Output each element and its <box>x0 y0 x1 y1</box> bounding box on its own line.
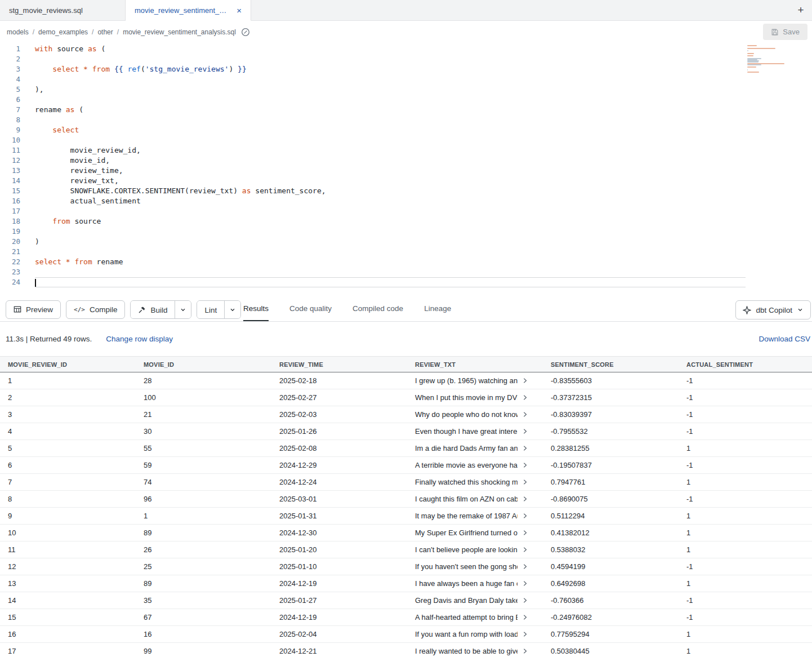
code-line[interactable]: 20) <box>0 237 812 247</box>
cell-movie-review-id: 15 <box>0 613 136 622</box>
code-line[interactable]: 22select * from rename <box>0 257 812 267</box>
copy-path-icon[interactable] <box>241 28 250 37</box>
code-line[interactable]: 18 from source <box>0 216 812 227</box>
code-line[interactable]: 19 <box>0 227 812 237</box>
review-text: When I put this movie in my DVD playe… <box>415 393 517 402</box>
column-header[interactable]: ACTUAL_SENTIMENT <box>679 361 812 368</box>
breadcrumb-item[interactable]: models <box>7 28 29 36</box>
code-line[interactable]: 24 <box>0 277 812 287</box>
lint-button-group: Lint <box>197 300 241 319</box>
dbt-copilot-button[interactable]: dbt Copilot <box>735 300 811 319</box>
build-button[interactable]: Build <box>131 301 175 319</box>
cell-review-time: 2024-12-21 <box>271 647 407 655</box>
code-line[interactable]: 10 <box>0 135 812 145</box>
expand-cell-icon[interactable] <box>522 428 528 434</box>
expand-cell-icon[interactable] <box>522 648 528 654</box>
code-line[interactable]: 9 select <box>0 125 812 135</box>
code-line[interactable]: 23 <box>0 267 812 277</box>
expand-cell-icon[interactable] <box>522 530 528 536</box>
expand-cell-icon[interactable] <box>522 394 528 401</box>
cell-actual-sentiment: -1 <box>679 376 812 385</box>
code-line[interactable]: 1with source as ( <box>0 44 812 54</box>
expand-cell-icon[interactable] <box>522 496 528 502</box>
cell-sentiment-score: 0.4594199 <box>543 562 679 571</box>
cell-actual-sentiment: -1 <box>679 427 812 436</box>
lint-dropdown-arrow[interactable] <box>224 301 240 319</box>
expand-cell-icon[interactable] <box>522 597 528 603</box>
code-line[interactable]: 14 review_txt, <box>0 176 812 186</box>
code-line[interactable]: 6 <box>0 95 812 105</box>
expand-cell-icon[interactable] <box>522 462 528 468</box>
code-line[interactable]: 13 review_time, <box>0 166 812 176</box>
expand-cell-icon[interactable] <box>522 445 528 451</box>
breadcrumb-item[interactable]: other <box>97 28 113 36</box>
table-grid-icon <box>14 305 21 313</box>
expand-cell-icon[interactable] <box>522 580 528 587</box>
preview-button[interactable]: Preview <box>6 300 61 319</box>
cell-review-time: 2025-02-27 <box>271 393 407 402</box>
code-line[interactable]: 17 <box>0 206 812 216</box>
column-header[interactable]: REVIEW_TIME <box>271 361 407 368</box>
code-line[interactable]: 5), <box>0 85 812 95</box>
build-button-group: Build <box>130 300 191 319</box>
expand-cell-icon[interactable] <box>522 547 528 553</box>
download-csv-link[interactable]: Download CSV <box>759 335 810 343</box>
tab-movie-review-sentiment[interactable]: movie_review_sentiment_… × <box>126 0 251 21</box>
cell-review-time: 2025-01-31 <box>271 512 407 520</box>
expand-cell-icon[interactable] <box>522 411 528 418</box>
expand-cell-icon[interactable] <box>522 378 528 384</box>
results-tab-lineage[interactable]: Lineage <box>424 297 451 321</box>
query-status-row: 11.3s | Returned 49 rows. Change row dis… <box>0 322 812 356</box>
results-tab-code-quality[interactable]: Code quality <box>289 297 332 321</box>
new-tab-button[interactable]: + <box>789 0 812 20</box>
code-line[interactable]: 12 movie_id, <box>0 156 812 166</box>
code-line[interactable]: 7rename as ( <box>0 105 812 115</box>
line-number: 11 <box>0 145 20 156</box>
code-text: movie_review_id, <box>35 145 746 156</box>
code-text: review_txt, <box>35 176 746 186</box>
hammer-icon <box>138 306 146 314</box>
build-dropdown-arrow[interactable] <box>175 301 191 319</box>
column-header[interactable]: REVIEW_TXT <box>407 361 543 368</box>
table-row: 912025-01-31It may be the remake of 1987… <box>0 508 812 525</box>
compile-button[interactable]: </> Compile <box>66 300 125 319</box>
results-tab-results[interactable]: Results <box>243 297 269 321</box>
cell-review-time: 2025-01-27 <box>271 596 407 605</box>
breadcrumb-item[interactable]: movie_review_sentiment_analysis.sql <box>123 28 236 36</box>
expand-cell-icon[interactable] <box>522 631 528 637</box>
breadcrumb-item[interactable]: demo_examples <box>38 28 88 36</box>
cell-sentiment-score: 0.7947761 <box>543 478 679 486</box>
tab-stg-movie-reviews[interactable]: stg_movie_reviews.sql <box>0 0 126 20</box>
cell-movie-review-id: 5 <box>0 444 136 452</box>
code-line[interactable]: 4 <box>0 74 812 85</box>
column-header[interactable]: SENTIMENT_SCORE <box>543 361 679 368</box>
code-text: review_time, <box>35 166 746 176</box>
close-tab-icon[interactable]: × <box>237 6 242 15</box>
change-row-display-link[interactable]: Change row display <box>106 335 173 343</box>
code-line[interactable]: 3 select * from {{ ref('stg_movie_review… <box>0 64 812 74</box>
save-button[interactable]: Save <box>763 24 807 40</box>
expand-cell-icon[interactable] <box>522 513 528 519</box>
code-line[interactable]: 21 <box>0 247 812 257</box>
column-header[interactable]: MOVIE_REVIEW_ID <box>0 361 136 368</box>
minimap[interactable] <box>747 45 787 76</box>
review-text: It may be the remake of 1987 Autumn'… <box>415 512 517 520</box>
code-line[interactable]: 11 movie_review_id, <box>0 145 812 156</box>
expand-cell-icon[interactable] <box>522 563 528 570</box>
results-tab-compiled-code[interactable]: Compiled code <box>353 297 403 321</box>
lint-button[interactable]: Lint <box>197 301 224 319</box>
build-label: Build <box>150 306 167 314</box>
code-text <box>35 206 746 216</box>
expand-cell-icon[interactable] <box>522 479 528 485</box>
column-header[interactable]: MOVIE_ID <box>136 361 271 368</box>
code-line[interactable]: 2 <box>0 54 812 64</box>
code-line[interactable]: 15 SNOWFLAKE.CORTEX.SENTIMENT(review_txt… <box>0 186 812 196</box>
line-number: 6 <box>0 95 20 105</box>
line-number: 23 <box>0 267 20 277</box>
cell-review-txt: Im a die hard Dads Army fan and nothi… <box>407 444 543 452</box>
code-line[interactable]: 8 <box>0 115 812 125</box>
code-editor[interactable]: 1with source as (23 select * from {{ ref… <box>0 43 812 298</box>
expand-cell-icon[interactable] <box>522 614 528 620</box>
cell-sentiment-score: -0.83555603 <box>543 376 679 385</box>
code-line[interactable]: 16 actual_sentiment <box>0 196 812 206</box>
